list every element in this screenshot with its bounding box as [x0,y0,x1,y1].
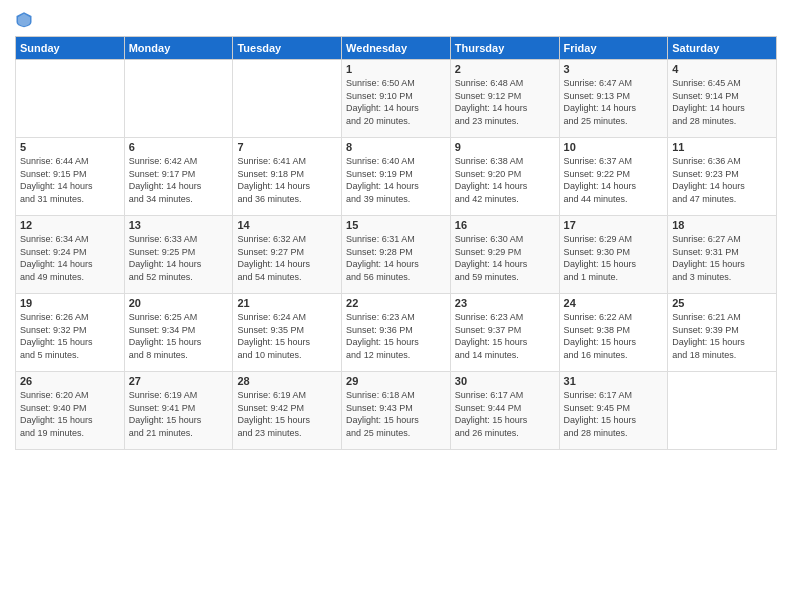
calendar-cell: 3Sunrise: 6:47 AM Sunset: 9:13 PM Daylig… [559,60,668,138]
day-number: 10 [564,141,664,153]
calendar-cell: 19Sunrise: 6:26 AM Sunset: 9:32 PM Dayli… [16,294,125,372]
calendar-cell: 11Sunrise: 6:36 AM Sunset: 9:23 PM Dayli… [668,138,777,216]
day-info: Sunrise: 6:48 AM Sunset: 9:12 PM Dayligh… [455,77,555,127]
day-info: Sunrise: 6:18 AM Sunset: 9:43 PM Dayligh… [346,389,446,439]
day-number: 4 [672,63,772,75]
day-info: Sunrise: 6:29 AM Sunset: 9:30 PM Dayligh… [564,233,664,283]
calendar-cell: 9Sunrise: 6:38 AM Sunset: 9:20 PM Daylig… [450,138,559,216]
day-number: 6 [129,141,229,153]
day-info: Sunrise: 6:22 AM Sunset: 9:38 PM Dayligh… [564,311,664,361]
day-info: Sunrise: 6:24 AM Sunset: 9:35 PM Dayligh… [237,311,337,361]
day-header-monday: Monday [124,37,233,60]
day-number: 13 [129,219,229,231]
calendar-cell: 23Sunrise: 6:23 AM Sunset: 9:37 PM Dayli… [450,294,559,372]
calendar-cell: 4Sunrise: 6:45 AM Sunset: 9:14 PM Daylig… [668,60,777,138]
week-row-4: 19Sunrise: 6:26 AM Sunset: 9:32 PM Dayli… [16,294,777,372]
day-info: Sunrise: 6:44 AM Sunset: 9:15 PM Dayligh… [20,155,120,205]
calendar-cell: 25Sunrise: 6:21 AM Sunset: 9:39 PM Dayli… [668,294,777,372]
logo-icon [15,10,33,28]
calendar-cell: 5Sunrise: 6:44 AM Sunset: 9:15 PM Daylig… [16,138,125,216]
day-info: Sunrise: 6:47 AM Sunset: 9:13 PM Dayligh… [564,77,664,127]
day-header-thursday: Thursday [450,37,559,60]
calendar-cell: 7Sunrise: 6:41 AM Sunset: 9:18 PM Daylig… [233,138,342,216]
day-number: 24 [564,297,664,309]
day-info: Sunrise: 6:20 AM Sunset: 9:40 PM Dayligh… [20,389,120,439]
calendar-cell: 18Sunrise: 6:27 AM Sunset: 9:31 PM Dayli… [668,216,777,294]
calendar-cell: 30Sunrise: 6:17 AM Sunset: 9:44 PM Dayli… [450,372,559,450]
header [15,10,777,28]
week-row-1: 1Sunrise: 6:50 AM Sunset: 9:10 PM Daylig… [16,60,777,138]
calendar-cell: 15Sunrise: 6:31 AM Sunset: 9:28 PM Dayli… [342,216,451,294]
day-number: 29 [346,375,446,387]
day-info: Sunrise: 6:42 AM Sunset: 9:17 PM Dayligh… [129,155,229,205]
calendar-cell: 24Sunrise: 6:22 AM Sunset: 9:38 PM Dayli… [559,294,668,372]
day-number: 15 [346,219,446,231]
calendar-cell: 16Sunrise: 6:30 AM Sunset: 9:29 PM Dayli… [450,216,559,294]
day-info: Sunrise: 6:19 AM Sunset: 9:42 PM Dayligh… [237,389,337,439]
day-header-saturday: Saturday [668,37,777,60]
day-number: 11 [672,141,772,153]
day-info: Sunrise: 6:21 AM Sunset: 9:39 PM Dayligh… [672,311,772,361]
day-number: 9 [455,141,555,153]
day-info: Sunrise: 6:31 AM Sunset: 9:28 PM Dayligh… [346,233,446,283]
calendar-cell: 17Sunrise: 6:29 AM Sunset: 9:30 PM Dayli… [559,216,668,294]
day-number: 17 [564,219,664,231]
day-info: Sunrise: 6:45 AM Sunset: 9:14 PM Dayligh… [672,77,772,127]
day-info: Sunrise: 6:32 AM Sunset: 9:27 PM Dayligh… [237,233,337,283]
day-number: 20 [129,297,229,309]
calendar-cell: 27Sunrise: 6:19 AM Sunset: 9:41 PM Dayli… [124,372,233,450]
day-number: 21 [237,297,337,309]
week-row-3: 12Sunrise: 6:34 AM Sunset: 9:24 PM Dayli… [16,216,777,294]
day-info: Sunrise: 6:17 AM Sunset: 9:45 PM Dayligh… [564,389,664,439]
day-info: Sunrise: 6:23 AM Sunset: 9:36 PM Dayligh… [346,311,446,361]
calendar-cell: 10Sunrise: 6:37 AM Sunset: 9:22 PM Dayli… [559,138,668,216]
calendar-cell: 22Sunrise: 6:23 AM Sunset: 9:36 PM Dayli… [342,294,451,372]
days-header-row: SundayMondayTuesdayWednesdayThursdayFrid… [16,37,777,60]
calendar-cell [124,60,233,138]
calendar-cell: 28Sunrise: 6:19 AM Sunset: 9:42 PM Dayli… [233,372,342,450]
day-info: Sunrise: 6:25 AM Sunset: 9:34 PM Dayligh… [129,311,229,361]
day-number: 25 [672,297,772,309]
calendar-cell: 2Sunrise: 6:48 AM Sunset: 9:12 PM Daylig… [450,60,559,138]
day-number: 27 [129,375,229,387]
day-header-sunday: Sunday [16,37,125,60]
day-info: Sunrise: 6:50 AM Sunset: 9:10 PM Dayligh… [346,77,446,127]
day-number: 30 [455,375,555,387]
day-number: 12 [20,219,120,231]
day-number: 1 [346,63,446,75]
day-number: 31 [564,375,664,387]
calendar-table: SundayMondayTuesdayWednesdayThursdayFrid… [15,36,777,450]
day-info: Sunrise: 6:40 AM Sunset: 9:19 PM Dayligh… [346,155,446,205]
day-info: Sunrise: 6:30 AM Sunset: 9:29 PM Dayligh… [455,233,555,283]
day-info: Sunrise: 6:26 AM Sunset: 9:32 PM Dayligh… [20,311,120,361]
calendar-cell: 14Sunrise: 6:32 AM Sunset: 9:27 PM Dayli… [233,216,342,294]
day-info: Sunrise: 6:34 AM Sunset: 9:24 PM Dayligh… [20,233,120,283]
day-info: Sunrise: 6:17 AM Sunset: 9:44 PM Dayligh… [455,389,555,439]
day-info: Sunrise: 6:33 AM Sunset: 9:25 PM Dayligh… [129,233,229,283]
day-header-wednesday: Wednesday [342,37,451,60]
day-number: 5 [20,141,120,153]
day-info: Sunrise: 6:27 AM Sunset: 9:31 PM Dayligh… [672,233,772,283]
week-row-2: 5Sunrise: 6:44 AM Sunset: 9:15 PM Daylig… [16,138,777,216]
calendar-cell [668,372,777,450]
day-number: 18 [672,219,772,231]
day-info: Sunrise: 6:19 AM Sunset: 9:41 PM Dayligh… [129,389,229,439]
calendar-cell: 8Sunrise: 6:40 AM Sunset: 9:19 PM Daylig… [342,138,451,216]
day-number: 8 [346,141,446,153]
calendar-cell: 21Sunrise: 6:24 AM Sunset: 9:35 PM Dayli… [233,294,342,372]
calendar-cell: 6Sunrise: 6:42 AM Sunset: 9:17 PM Daylig… [124,138,233,216]
day-number: 26 [20,375,120,387]
day-number: 16 [455,219,555,231]
day-header-tuesday: Tuesday [233,37,342,60]
calendar-cell: 13Sunrise: 6:33 AM Sunset: 9:25 PM Dayli… [124,216,233,294]
day-number: 7 [237,141,337,153]
week-row-5: 26Sunrise: 6:20 AM Sunset: 9:40 PM Dayli… [16,372,777,450]
day-header-friday: Friday [559,37,668,60]
day-number: 19 [20,297,120,309]
calendar-cell [233,60,342,138]
day-number: 22 [346,297,446,309]
calendar-cell: 1Sunrise: 6:50 AM Sunset: 9:10 PM Daylig… [342,60,451,138]
day-number: 2 [455,63,555,75]
logo [15,10,37,28]
calendar-cell: 12Sunrise: 6:34 AM Sunset: 9:24 PM Dayli… [16,216,125,294]
